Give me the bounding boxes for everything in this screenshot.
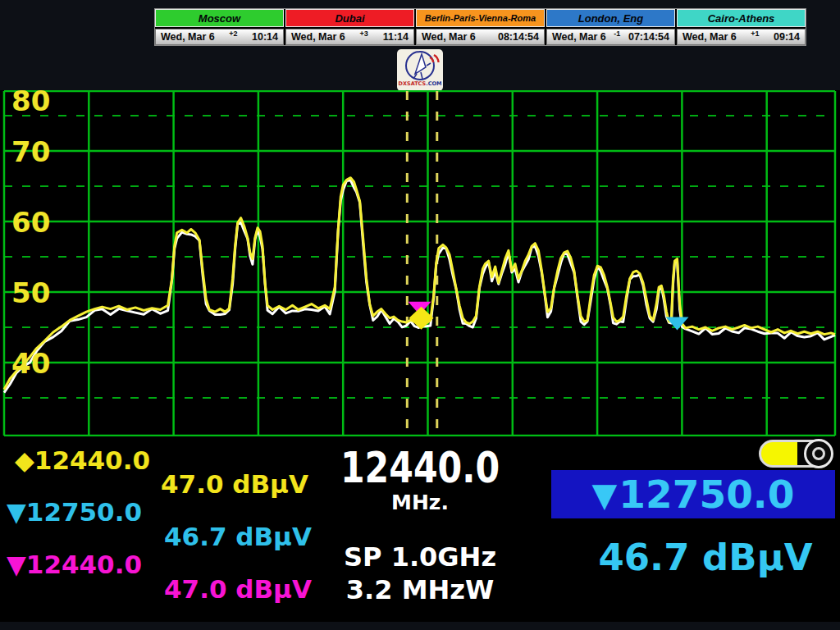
bandwidth-setting: 3.2 MHzW bbox=[322, 574, 518, 605]
active-marker-level: 46.7 dBµV bbox=[574, 536, 837, 579]
marker-3-level: 47.0 dBµV bbox=[164, 574, 312, 604]
logo-text: DXSATCS.COM bbox=[399, 81, 442, 87]
dxsatcs-logo: DXSATCS.COM bbox=[397, 49, 443, 91]
triangle-down-icon: ▼ bbox=[592, 476, 618, 514]
clock-date: Wed, Mar 6 bbox=[291, 31, 345, 43]
clock-time-value: 11:14 bbox=[383, 31, 409, 43]
clock-utc-offset: +3 bbox=[345, 30, 383, 38]
clock-utc-offset: +1 bbox=[737, 30, 774, 38]
y-axis-label: 50 bbox=[11, 276, 50, 309]
world-clock-bar: MoscowWed, Mar 6+210:14DubaiWed, Mar 6+3… bbox=[154, 8, 806, 46]
y-axis-label: 80 bbox=[11, 90, 50, 117]
y-axis-label: 40 bbox=[11, 347, 50, 380]
active-marker-frequency[interactable]: ▼12750.0 bbox=[551, 470, 835, 518]
clock-city-name: London, Eng bbox=[546, 9, 675, 27]
y-axis-label: 70 bbox=[11, 135, 50, 168]
clock-city-time: Wed, Mar 6+210:14 bbox=[155, 29, 284, 45]
clock-city-dubai: DubaiWed, Mar 6+311:14 bbox=[285, 9, 416, 45]
marker-2-frequency: ▼12750.0 bbox=[7, 497, 142, 527]
center-frequency-unit: MHz. bbox=[322, 491, 518, 514]
marker-3-frequency: ▼12440.0 bbox=[7, 550, 142, 579]
clock-city-name: Moscow bbox=[155, 9, 284, 27]
clock-city-time: Wed, Mar 6+109:14 bbox=[677, 29, 806, 45]
clock-city-time: Wed, Mar 6+311:14 bbox=[285, 29, 414, 45]
grid bbox=[4, 91, 835, 436]
clock-date: Wed, Mar 6 bbox=[161, 31, 215, 43]
clock-date: Wed, Mar 6 bbox=[682, 31, 737, 43]
readout-panel: ◆12440.047.0 dBµV▼12750.046.7 dBµV▼12440… bbox=[0, 436, 840, 622]
marker-1-frequency: ◆12440.0 bbox=[15, 445, 150, 475]
marker-toggle-switch[interactable] bbox=[759, 440, 833, 468]
marker-1-level: 47.0 dBµV bbox=[161, 469, 308, 499]
clock-city-name: Berlin-Paris-Vienna-Roma bbox=[416, 9, 545, 27]
center-frequency-value: 12440.0 bbox=[340, 443, 501, 492]
clock-city-berlin-paris-vienna-roma: Berlin-Paris-Vienna-RomaWed, Mar 608:14:… bbox=[416, 9, 546, 45]
y-axis-label: 60 bbox=[11, 206, 50, 239]
clock-city-london-eng: London, EngWed, Mar 6-107:14:54 bbox=[546, 9, 677, 45]
clock-time-value: 10:14 bbox=[252, 31, 278, 43]
clock-utc-offset: +2 bbox=[215, 30, 252, 38]
clock-utc-offset: -1 bbox=[606, 30, 628, 38]
marker-2-level: 46.7 dBµV bbox=[164, 522, 312, 551]
toggle-knob-icon bbox=[804, 439, 833, 468]
clock-date: Wed, Mar 6 bbox=[422, 31, 476, 43]
clock-city-time: Wed, Mar 608:14:54 bbox=[416, 29, 545, 45]
live-trace-yellow bbox=[4, 178, 835, 390]
spectrum-plot: 8070605040 bbox=[0, 90, 840, 436]
clock-date: Wed, Mar 6 bbox=[552, 31, 606, 43]
clock-city-moscow: MoscowWed, Mar 6+210:14 bbox=[155, 9, 285, 45]
spectrum-display: 8070605040 bbox=[0, 90, 840, 436]
reference-trace-white bbox=[4, 180, 835, 393]
clock-time-value: 08:14:54 bbox=[498, 31, 539, 43]
clock-city-name: Dubai bbox=[285, 9, 414, 27]
clock-city-time: Wed, Mar 6-107:14:54 bbox=[546, 29, 675, 45]
satellite-dish-icon bbox=[399, 49, 441, 82]
active-marker-freq-value: 12750.0 bbox=[619, 472, 794, 517]
clock-city-cairo-athens: Cairo-AthensWed, Mar 6+109:14 bbox=[677, 9, 806, 45]
span-setting: SP 1.0GHz bbox=[322, 541, 518, 573]
clock-time-value: 09:14 bbox=[774, 31, 800, 43]
clock-time-value: 07:14:54 bbox=[628, 31, 669, 43]
clock-city-name: Cairo-Athens bbox=[677, 9, 806, 27]
